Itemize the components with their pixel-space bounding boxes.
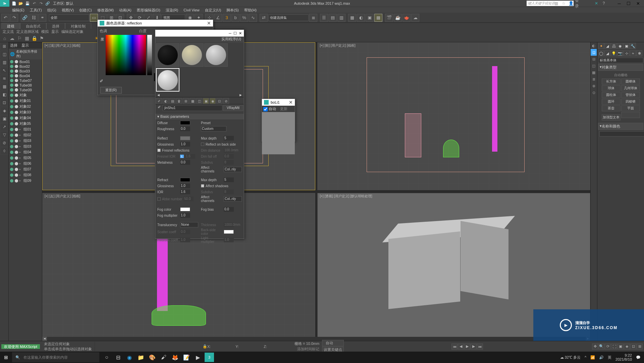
material-editor-button[interactable]: ◐ bbox=[357, 14, 365, 22]
schematic-view[interactable]: ▦ bbox=[348, 14, 356, 22]
diffuse-swatch[interactable] bbox=[180, 121, 190, 125]
primitive-button[interactable]: 四棱锥 bbox=[621, 99, 640, 105]
ext-icon[interactable]: ▦ bbox=[553, 1, 559, 6]
curve-editor[interactable]: ▤ bbox=[329, 14, 337, 22]
scene-item[interactable]: ▸组03 bbox=[9, 144, 42, 149]
basic-params-header[interactable]: ▾ Basic parameters bbox=[155, 114, 244, 119]
rt-6[interactable]: ≣ bbox=[591, 76, 597, 83]
angle-snap[interactable]: ∠ bbox=[214, 14, 222, 22]
scroll-right-icon[interactable]: ► bbox=[239, 93, 243, 97]
tray-vol-icon[interactable]: 🔊 bbox=[599, 355, 604, 360]
primitive-button[interactable]: 球体 bbox=[602, 85, 621, 91]
scene-item[interactable]: 对象05 bbox=[9, 121, 42, 126]
lock-icon[interactable]: 🔒 bbox=[31, 35, 38, 42]
subtab-2[interactable]: 模拟 bbox=[41, 29, 49, 34]
menu-civil[interactable]: Civil View bbox=[181, 7, 202, 13]
menu-render[interactable]: 渲染(R) bbox=[163, 7, 181, 13]
rt-4[interactable]: ◫ bbox=[591, 62, 597, 69]
scene-item[interactable]: ▸组04 bbox=[9, 149, 42, 155]
user-icon[interactable]: 👤 bbox=[568, 1, 574, 6]
select-button[interactable]: ▭ bbox=[90, 14, 98, 22]
menu-tools[interactable]: 工具(T) bbox=[27, 7, 45, 13]
nav-max[interactable]: ⛶ bbox=[611, 344, 617, 350]
app-icon-2[interactable]: 🖌 bbox=[159, 353, 168, 362]
subtab-1[interactable]: 定义选择区域 bbox=[16, 29, 39, 34]
cloud-icon[interactable]: ☁ bbox=[9, 35, 15, 42]
menu-edit[interactable]: 编辑(E) bbox=[9, 7, 27, 13]
scene-item[interactable]: ▸组03 bbox=[9, 138, 42, 144]
rt-2[interactable]: ⊡ bbox=[591, 49, 597, 56]
rendered-frame[interactable]: ▩ bbox=[374, 14, 382, 22]
taskbar-search[interactable]: 🔍 在这里输入你要搜索的内容 bbox=[12, 352, 99, 362]
play-button[interactable]: ▶ bbox=[464, 344, 470, 350]
reflect-swatch[interactable] bbox=[180, 136, 190, 140]
dope-sheet[interactable]: ▥ bbox=[337, 14, 345, 22]
roughness-spinner[interactable]: 0.0 bbox=[180, 126, 190, 131]
rt-5[interactable]: ▦ bbox=[591, 69, 597, 76]
cmd-tab-utilities[interactable]: 🔧 bbox=[630, 43, 636, 49]
maximize-button[interactable]: ☐ bbox=[624, 0, 633, 6]
vp-scrollbar[interactable]: ◄ ► bbox=[42, 337, 590, 341]
tool-11[interactable]: ↗ bbox=[0, 123, 8, 131]
save-icon[interactable]: 💾 bbox=[25, 1, 30, 6]
ior-spinner[interactable]: 1.6 bbox=[180, 190, 190, 194]
menu-modifiers[interactable]: 修改器(M) bbox=[95, 7, 117, 13]
gloss-spinner[interactable]: 1.0 bbox=[180, 142, 190, 147]
mat-menu-util[interactable]: 实用程序(U) bbox=[221, 37, 241, 43]
boli-update[interactable]: 更新 bbox=[280, 106, 287, 111]
paint-icon[interactable]: 🎨 bbox=[148, 353, 157, 362]
clock-date[interactable]: 2021/8/10 bbox=[615, 357, 632, 361]
new-icon[interactable]: 📄 bbox=[11, 1, 17, 6]
cortana-icon[interactable]: ○ bbox=[102, 353, 111, 362]
nav-5[interactable]: ▣ bbox=[618, 344, 624, 350]
refract-swatch[interactable] bbox=[180, 178, 190, 182]
cmd-tab-modify[interactable]: ◢ bbox=[604, 43, 610, 49]
app-icon-3[interactable]: 📝 bbox=[182, 353, 191, 362]
close-icon[interactable]: ✕ bbox=[239, 31, 242, 36]
scene-item[interactable]: Tube07 bbox=[9, 78, 42, 83]
menu-create[interactable]: 创建(C) bbox=[76, 7, 94, 13]
firefox-icon[interactable]: 🦊 bbox=[170, 353, 180, 362]
minimize-button[interactable]: ─ bbox=[614, 0, 624, 6]
object-name-input[interactable] bbox=[599, 131, 644, 137]
tool-2[interactable]: ◫ bbox=[0, 51, 8, 58]
settings-flag-icon[interactable]: ⚑ bbox=[38, 35, 45, 42]
scene-item[interactable]: Box04 bbox=[9, 73, 42, 78]
mirror-button[interactable]: ⇄ bbox=[260, 14, 268, 22]
star-icon[interactable]: ☆ bbox=[560, 1, 567, 6]
cmd-tab-create[interactable]: ✦ bbox=[598, 43, 604, 49]
scene-item[interactable]: Box02 bbox=[9, 64, 42, 69]
rmaxdepth-spinner[interactable]: 5 bbox=[224, 177, 234, 182]
explorer-icon[interactable]: 📁 bbox=[136, 353, 146, 362]
mat-tb-11[interactable]: ⊘ bbox=[223, 98, 229, 104]
cmd-tab-hierarchy[interactable]: 品 bbox=[611, 43, 617, 49]
scene-item[interactable]: 对象02 bbox=[9, 104, 42, 109]
layers-button[interactable]: ☰ bbox=[320, 14, 328, 22]
clock-time[interactable]: 9:22 bbox=[615, 353, 632, 357]
tool-14[interactable]: ◊ bbox=[0, 147, 8, 155]
material-type[interactable]: VRayMtl bbox=[223, 105, 243, 111]
tab-selection[interactable]: 选择 bbox=[46, 23, 65, 29]
mat-tb-9[interactable]: ◉ bbox=[210, 98, 216, 104]
menu-customize[interactable]: 自定义(U) bbox=[202, 7, 224, 13]
tool-5[interactable]: ≋ bbox=[0, 75, 8, 82]
primitive-button[interactable]: 几何球体 bbox=[621, 85, 640, 91]
close-icon[interactable]: ✕ bbox=[289, 100, 293, 105]
tool-12[interactable]: ▽ bbox=[0, 131, 8, 139]
fresnel-lock[interactable]: L bbox=[180, 155, 184, 158]
tool-7[interactable]: ◧ bbox=[0, 91, 8, 98]
cmd-tab-display[interactable]: ▣ bbox=[624, 43, 630, 49]
scene-sort-header[interactable]: 名称(按升序排序) bbox=[16, 49, 41, 59]
preset-dropdown[interactable]: Custom bbox=[201, 126, 226, 132]
render-cloud[interactable]: ☁ bbox=[411, 14, 419, 22]
scene-item[interactable]: Tube08 bbox=[9, 83, 42, 88]
tool-6[interactable]: ▦ bbox=[0, 83, 8, 90]
tool-1[interactable]: ⊞ bbox=[0, 43, 8, 50]
open-icon[interactable]: 📂 bbox=[18, 1, 23, 6]
scene-item[interactable]: ▸组06 bbox=[9, 161, 42, 166]
mat-slot-3[interactable] bbox=[204, 43, 228, 67]
tool-9[interactable]: ◈ bbox=[0, 107, 8, 114]
cmd-sub-space[interactable]: ≈ bbox=[630, 50, 636, 56]
tool-4[interactable]: ↖ bbox=[0, 67, 8, 74]
nav-6[interactable]: ◈ bbox=[624, 344, 630, 350]
